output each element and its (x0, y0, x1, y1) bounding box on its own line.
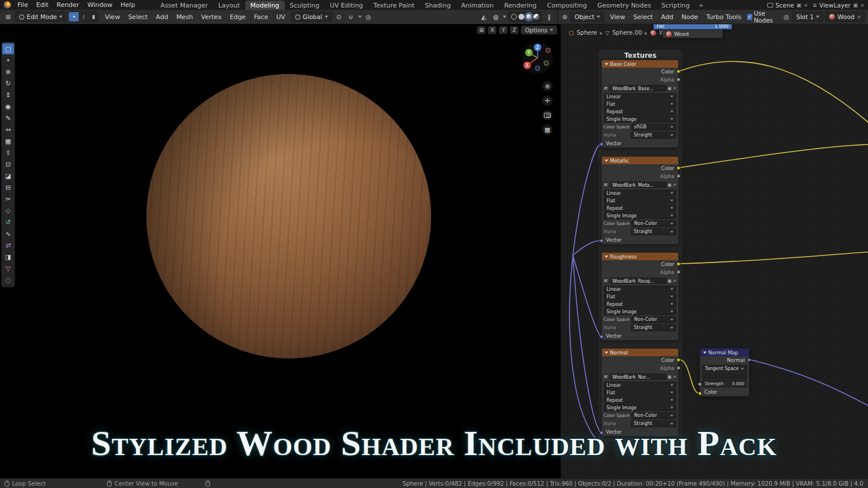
shading-material-button[interactable] (526, 14, 532, 20)
new-viewlayer-icon[interactable]: ▣ (853, 2, 858, 8)
source-dropdown[interactable]: Single Image (604, 116, 676, 123)
tool-extrude-region[interactable]: ⇧ (2, 147, 14, 158)
image-texture-node[interactable]: Base Color Color Alpha WoodBark_Base... … (601, 60, 679, 148)
menu-item[interactable]: Render (53, 1, 83, 9)
menu-item[interactable]: Select (124, 13, 152, 21)
tool-shear[interactable]: ▽ (2, 263, 14, 274)
menu-item[interactable]: Add (657, 13, 677, 21)
interpolation-dropdown[interactable]: Linear (604, 382, 676, 389)
tool-loop-cut[interactable]: ⊟ (2, 182, 14, 193)
collapse-icon[interactable] (703, 352, 707, 354)
breadcrumb-object[interactable]: Sphere (577, 29, 597, 36)
menu-item[interactable]: Turbo Tools (702, 13, 745, 21)
wood-sphere-mesh[interactable] (146, 74, 431, 358)
tool-bevel[interactable]: ◪ (2, 171, 14, 182)
collapse-icon[interactable] (605, 160, 608, 162)
color-output-socket[interactable] (676, 358, 681, 362)
tool-shrink-fatten[interactable]: ◨ (2, 252, 14, 263)
snap-options-caret-icon[interactable] (358, 16, 362, 18)
tool-rip-region[interactable]: ◌ (2, 275, 14, 286)
material-node-header[interactable]: Wood (663, 29, 723, 38)
shader-node-editor[interactable]: ▢ Sphere ▸ ▽ Sphere.00 ▸ Wood Fac 1.000 … (561, 24, 868, 478)
projection-dropdown[interactable]: Flat (604, 101, 676, 108)
editor-type-button[interactable]: ⊛ (561, 12, 569, 22)
color-input-socket[interactable] (698, 391, 702, 395)
blender-logo-icon[interactable] (3, 1, 11, 9)
menu-item[interactable]: View (606, 13, 629, 21)
zoom-icon[interactable]: ⊕ (542, 81, 553, 91)
strength-input-socket[interactable] (698, 382, 702, 386)
shader-type-selector[interactable]: Object (571, 12, 604, 22)
color-space-dropdown[interactable]: Non-Color (631, 412, 676, 419)
viewport-3d[interactable]: ⊞ X Y Z Options ▢ ⌖ ⊕ (0, 24, 561, 478)
projection-dropdown[interactable]: Flat (604, 197, 676, 204)
tool-spin[interactable]: ↺ (2, 217, 14, 228)
image-icon[interactable] (604, 279, 609, 283)
collapse-icon[interactable] (605, 63, 608, 65)
fake-user-icon[interactable]: ▣ (668, 182, 672, 188)
unlink-icon[interactable]: × (673, 278, 676, 284)
vector-input-socket[interactable] (599, 431, 604, 435)
menu-item[interactable]: UV (273, 13, 290, 21)
node-header[interactable]: Normal (602, 349, 678, 356)
vector-input-socket[interactable] (599, 335, 604, 339)
image-icon[interactable] (604, 183, 609, 187)
source-dropdown[interactable]: Single Image (604, 308, 676, 315)
tab-texture-paint[interactable]: Texture Paint (368, 1, 420, 10)
image-icon[interactable] (604, 86, 609, 91)
collapse-icon[interactable] (605, 352, 608, 354)
node-header[interactable]: Roughness (602, 253, 678, 260)
xray-toggle-button[interactable]: ◭ (479, 12, 489, 22)
tool-inset-faces[interactable]: ⊡ (2, 159, 14, 170)
alpha-mode-dropdown[interactable]: Straight (631, 420, 676, 427)
color-output-socket[interactable] (676, 69, 681, 73)
image-texture-node[interactable]: Metallic Color Alpha WoodBark_Meta... ▣ … (601, 156, 679, 245)
viewlayer-selector[interactable]: ≣ ViewLayer ▣ × (812, 2, 865, 9)
mirror-icon[interactable]: ⊞ (477, 26, 486, 34)
space-dropdown[interactable]: Tangent Space (702, 365, 747, 372)
tab-modeling[interactable]: Modeling (245, 1, 285, 10)
alpha-mode-dropdown[interactable]: Straight (631, 228, 676, 235)
fake-user-icon[interactable]: ▣ (668, 85, 672, 91)
alpha-mode-dropdown[interactable]: Straight (631, 324, 676, 331)
menu-item[interactable]: Node (678, 13, 703, 21)
alpha-output-socket[interactable] (676, 174, 681, 178)
unlink-icon[interactable]: × (673, 374, 676, 380)
image-name-field[interactable]: WoodBark_Base... (610, 85, 667, 91)
color-space-dropdown[interactable]: Non-Color (631, 316, 676, 323)
pivot-point-button[interactable]: ⊙ (334, 12, 344, 22)
tool-options-dropdown[interactable]: Options (521, 25, 557, 35)
tab-shading[interactable]: Shading (420, 1, 456, 10)
extension-dropdown[interactable]: Repeat (604, 108, 676, 115)
extension-dropdown[interactable]: Repeat (604, 205, 676, 212)
menu-item[interactable]: Select (629, 13, 657, 21)
color-space-dropdown[interactable]: Non-Color (631, 220, 676, 227)
scene-selector[interactable]: Scene ▣ × (767, 2, 808, 9)
tool-edge-slide[interactable]: ⇄ (2, 240, 14, 251)
extension-dropdown[interactable]: Repeat (604, 301, 676, 308)
shading-wireframe-button[interactable] (511, 14, 517, 20)
collapse-icon[interactable] (605, 256, 608, 258)
snap-magnet-button[interactable]: ∪ (346, 12, 356, 22)
breadcrumb-mesh[interactable]: Sphere.00 (612, 29, 642, 36)
tool-scale[interactable]: ↕ (2, 90, 14, 101)
alpha-output-socket[interactable] (676, 366, 681, 370)
alpha-mode-dropdown[interactable]: Straight (631, 132, 676, 139)
image-name-field[interactable]: WoodBark_Roug... (610, 278, 667, 284)
tool-add-cube[interactable]: ▦ (2, 136, 14, 147)
camera-view-icon[interactable] (542, 110, 553, 120)
tab-animation[interactable]: Animation (456, 1, 499, 10)
normal-map-node[interactable]: Normal Map Normal Tangent Space Strength… (700, 348, 749, 397)
gizmo-x-negative[interactable] (546, 48, 550, 53)
material-slot-selector[interactable]: Slot 1 (792, 12, 823, 22)
add-workspace-button[interactable]: + (695, 1, 707, 10)
node-header[interactable]: Metallic (602, 157, 678, 164)
pan-hand-icon[interactable]: ✛ (542, 95, 553, 106)
source-dropdown[interactable]: Single Image (604, 212, 676, 219)
menu-item[interactable]: Add (152, 13, 172, 21)
image-texture-node[interactable]: Roughness Color Alpha WoodBark_Roug... ▣… (601, 252, 679, 341)
vertex-select-button[interactable]: • (69, 12, 79, 21)
image-name-field[interactable]: WoodBark_Nor... (610, 374, 667, 380)
delete-scene-icon[interactable]: × (804, 2, 808, 8)
node-header[interactable]: Normal Map (700, 349, 749, 356)
